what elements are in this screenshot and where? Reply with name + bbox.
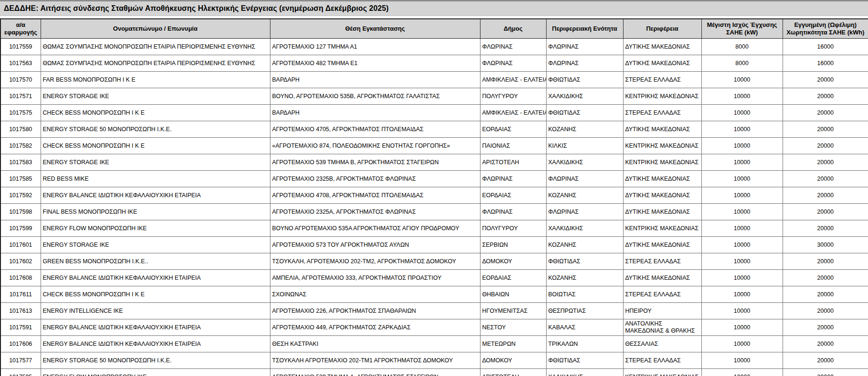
cell-guaranteed-capacity-kwh: 20000 [783,138,868,154]
table-row: 1017613ENERGY INTELLIGENCE IKEΑΓΡΟΤΕΜΑΧΙ… [0,303,868,319]
table-row: 1017591ENERGY BALANCE ΙΔΙΩΤΙΚΗ ΚΕΦΑΛΑΙΟΥ… [0,319,868,336]
cell-application-id: 1017592 [0,187,41,204]
table-row: 1017601ENERGY STORAGE IKEΑΓΡΟΤΕΜΑΧΙΟ 573… [0,237,868,253]
cell-region: ΔΥΤΙΚΗΣ ΜΑΚΕΔΟΝΙΑΣ [623,55,701,72]
cell-regional-unit: ΧΑΛΚΙΔΙΚΗΣ [546,88,623,105]
cell-max-injection-power-kw: 10000 [701,286,783,303]
cell-regional-unit: ΧΑΛΚΙΔΙΚΗΣ [546,220,623,237]
cell-regional-unit: ΚΟΖΑΝΗΣ [546,121,623,138]
cell-municipality: ΣΕΡΒΙΩΝ [480,237,546,253]
table-row: 1017595ENERGY FLOW ΜΟΝΟΠΡΟΣΩΠΗ ΙΚΕΑΓΡΟΤΕ… [0,369,868,376]
cell-region: ΔΥΤΙΚΗΣ ΜΑΚΕΔΟΝΙΑΣ [623,237,701,253]
cell-installation-location: ΒΟΥΝΟ, ΑΓΡΟΤΕΜΑΧΙΟ 535Β, ΑΓΡΟΚΤΗΜΑΤΟΣ ΓΑ… [270,88,480,105]
cell-max-injection-power-kw: 10000 [701,154,783,171]
cell-guaranteed-capacity-kwh: 16000 [783,39,868,55]
cell-application-id: 1017611 [0,286,41,303]
cell-regional-unit: ΧΑΛΚΙΔΙΚΗΣ [546,154,623,171]
cell-applicant-name: ENERGY INTELLIGENCE IKE [41,303,270,319]
cell-applicant-name: FINAL BESS ΜΟΝΟΠΡΟΣΩΠΗ ΙΚΕ [41,204,270,220]
cell-max-injection-power-kw: 10000 [701,72,783,88]
cell-applicant-name: GREEN BESS ΜΟΝΟΠΡΟΣΩΠΗ Ι.Κ.Ε.. [41,253,270,270]
cell-applicant-name: CHECK BESS ΜΟΝΟΠΡΟΣΩΠΗ Ι Κ Ε [41,286,270,303]
table-row: 1017583ENERGY STORAGE IKEΑΓΡΟΤΕΜΑΧΙΟ 539… [0,154,868,171]
table-row: 1017598FINAL BESS ΜΟΝΟΠΡΟΣΩΠΗ ΙΚΕΑΓΡΟΤΕΜ… [0,204,868,220]
table-row: 1017602GREEN BESS ΜΟΝΟΠΡΟΣΩΠΗ Ι.Κ.Ε..ΤΣΟ… [0,253,868,270]
cell-municipality: ΔΟΜΟΚΟΥ [480,352,546,369]
cell-application-id: 1017606 [0,336,41,352]
cell-guaranteed-capacity-kwh: 20000 [783,88,868,105]
cell-guaranteed-capacity-kwh: 20000 [783,204,868,220]
cell-regional-unit: ΦΛΩΡΙΝΑΣ [546,39,623,55]
cell-applicant-name: ENERGY FLOW ΜΟΝΟΠΡΟΣΩΠΗ ΙΚΕ [41,369,270,376]
cell-regional-unit: ΚΙΛΚΙΣ [546,138,623,154]
cell-municipality: ΑΜΦΙΚΛΕΙΑΣ - ΕΛΑΤΕΙΑΣ [480,72,546,88]
cell-municipality: ΘΗΒΑΙΩΝ [480,286,546,303]
cell-region: ΚΕΝΤΡΙΚΗΣ ΜΑΚΕΔΟΝΙΑΣ [623,369,701,376]
cell-installation-location: «ΑΓΡΟΤΕΜΑΧΙΟ 874, ΠΟΛΕΟΔΟΜΙΚΗΣ ΕΝΟΤΗΤΑΣ … [270,138,480,154]
cell-max-injection-power-kw: 10000 [701,171,783,187]
cell-applicant-name: ENERGY STORAGE 50 ΜΟΝΟΠΡΟΣΩΠΗ Ι.Κ.Ε. [41,352,270,369]
cell-region: ΔΥΤΙΚΗΣ ΜΑΚΕΔΟΝΙΑΣ [623,270,701,286]
cell-applicant-name: RED BESS MIKE [41,171,270,187]
cell-max-injection-power-kw: 10000 [701,105,783,121]
table-row: 1017611CHECK BESS ΜΟΝΟΠΡΟΣΩΠΗ Ι Κ ΕΣΧΟΙΝ… [0,286,868,303]
table-row: 1017608ENERGY BALANCE ΙΔΙΩΤΙΚΗ ΚΕΦΑΛΑΙΟΥ… [0,270,868,286]
cell-applicant-name: ENERGY FLOW ΜΟΝΟΠΡΟΣΩΠΗ ΙΚΕ [41,220,270,237]
header-cell-region: Περιφέρεια [623,19,701,39]
table-row: 1017575CHECK BESS ΜΟΝΟΠΡΟΣΩΠΗ Ι Κ ΕΒΑΡΔΑ… [0,105,868,121]
applications-table: α/α εφαρμογήςΟνοματεπώνυμο / ΕπωνυμίαΘέσ… [0,18,868,376]
cell-application-id: 1017559 [0,39,41,55]
table-row: 1017559ΘΩΜΑΣ ΣΟΥΜΠΑΣΗΣ ΜΟΝΟΠΡΟΣΩΠΗ ΕΤΑΙΡ… [0,39,868,55]
table-row: 1017592ENERGY BALANCE ΙΔΙΩΤΙΚΗ ΚΕΦΑΛΑΙΟΥ… [0,187,868,204]
cell-region: ΣΤΕΡΕΑΣ ΕΛΛΑΔΑΣ [623,352,701,369]
cell-region: ΘΕΣΣΑΛΙΑΣ [623,336,701,352]
cell-regional-unit: ΦΛΩΡΙΝΑΣ [546,204,623,220]
cell-installation-location: ΑΓΡΟΤΕΜΑΧΙΟ 539 ΤΜΗΜΑ Β, ΑΓΡΟΚΤΗΜΑΤΟΣ ΣΤ… [270,154,480,171]
cell-municipality: ΔΟΜΟΚΟΥ [480,253,546,270]
cell-municipality: ΠΑΙΟΝΙΑΣ [480,138,546,154]
cell-max-injection-power-kw: 10000 [701,138,783,154]
cell-regional-unit: ΤΡΙΚΑΛΩΝ [546,336,623,352]
cell-region: ΑΝΑΤΟΛΙΚΗΣ ΜΑΚΕΔΟΝΙΑΣ & ΘΡΑΚΗΣ [623,319,701,336]
cell-max-injection-power-kw: 10000 [701,369,783,376]
cell-applicant-name: ENERGY BALANCE ΙΔΙΩΤΙΚΗ ΚΕΦΑΛΑΙΟΥΧΙΚΗ ΕΤ… [41,270,270,286]
cell-municipality: ΑΜΦΙΚΛΕΙΑΣ - ΕΛΑΤΕΙΑΣ [480,105,546,121]
cell-municipality: ΠΟΛΥΓΥΡΟΥ [480,88,546,105]
cell-guaranteed-capacity-kwh: 20000 [783,121,868,138]
header-cell-installation-location: Θέση Εγκατάστασης [270,19,480,39]
cell-regional-unit: ΧΑΛΚΙΔΙΚΗΣ [546,369,623,376]
table-row: 1017582CHECK BESS ΜΟΝΟΠΡΟΣΩΠΗ Ι Κ Ε«ΑΓΡΟ… [0,138,868,154]
cell-region: ΔΥΤΙΚΗΣ ΜΑΚΕΔΟΝΙΑΣ [623,39,701,55]
cell-application-id: 1017595 [0,369,41,376]
header-cell-applicant-name: Ονοματεπώνυμο / Επωνυμία [41,19,270,39]
cell-installation-location: ΑΓΡΟΤΕΜΑΧΙΟ 573 ΤΟΥ ΑΓΡΟΚΤΗΜΑΤΟΣ ΑΥΛΩΝ [270,237,480,253]
cell-guaranteed-capacity-kwh: 20000 [783,171,868,187]
cell-max-injection-power-kw: 10000 [701,88,783,105]
cell-regional-unit: ΒΟΙΩΤΙΑΣ [546,286,623,303]
cell-municipality: ΗΓΟΥΜΕΝΙΤΣΑΣ [480,303,546,319]
cell-municipality: ΑΡΙΣΤΟΤΕΛΗ [480,369,546,376]
cell-regional-unit: ΦΛΩΡΙΝΑΣ [546,171,623,187]
cell-application-id: 1017571 [0,88,41,105]
header-cell-regional-unit: Περιφερειακή Ενότητα [546,19,623,39]
table-row: 1017563ΘΩΜΑΣ ΣΟΥΜΠΑΣΗΣ ΜΟΝΟΠΡΟΣΩΠΗ ΕΤΑΙΡ… [0,55,868,72]
cell-installation-location: ΑΓΡΟΤΕΜΑΧΙΟ 4705, ΑΓΡΟΚΤΗΜΑΤΟΣ ΠΤΟΛΕΜΑΙΔ… [270,121,480,138]
cell-regional-unit: ΦΘΙΩΤΙΔΑΣ [546,253,623,270]
cell-guaranteed-capacity-kwh: 20000 [783,253,868,270]
cell-region: ΗΠΕΙΡΟΥ [623,303,701,319]
cell-region: ΚΕΝΤΡΙΚΗΣ ΜΑΚΕΔΟΝΙΑΣ [623,154,701,171]
table-row: 1017580ENERGY STORAGE 50 ΜΟΝΟΠΡΟΣΩΠΗ Ι.Κ… [0,121,868,138]
cell-applicant-name: FAR BESS ΜΟΝΟΠΡΟΣΩΠΗ Ι Κ Ε [41,72,270,88]
cell-application-id: 1017570 [0,72,41,88]
cell-application-id: 1017583 [0,154,41,171]
cell-regional-unit: ΦΘΙΩΤΙΔΑΣ [546,352,623,369]
header-cell-max-injection-power-kw: Μέγιστη Ισχύς Έγχυσης ΣΑΗΕ (kW) [701,19,783,39]
cell-installation-location: ΤΣΟΥΚΑΛΗ ΑΓΡΟΤΕΜΑΧΙΟ 202-ΤΜ1 ΑΓΡΟΚΤΗΜΑΤΟ… [270,352,480,369]
cell-application-id: 1017575 [0,105,41,121]
cell-max-injection-power-kw: 10000 [701,220,783,237]
cell-max-injection-power-kw: 10000 [701,352,783,369]
cell-max-injection-power-kw: 10000 [701,336,783,352]
cell-installation-location: ΒΟΥΝΟ ΑΓΡΟΤΕΜΑΧΙΟ 535Α ΑΓΡΟΚΤΗΜΑΤΟΣ ΑΓΙΟ… [270,220,480,237]
cell-applicant-name: ENERGY STORAGE IKE [41,154,270,171]
cell-municipality: ΦΛΩΡΙΝΑΣ [480,204,546,220]
